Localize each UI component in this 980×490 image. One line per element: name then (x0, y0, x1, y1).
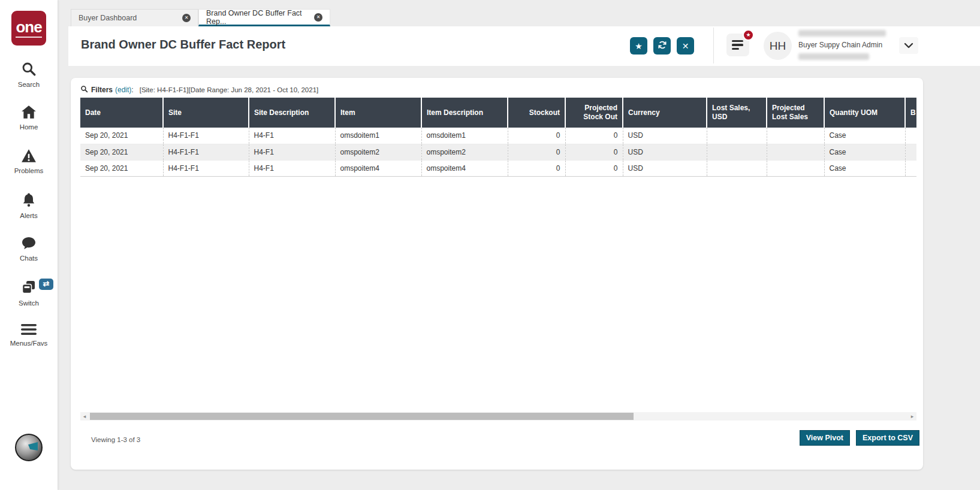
table-cell: 0 (508, 128, 565, 144)
favorites-badge-star-icon: ★ (743, 29, 754, 41)
table-row[interactable]: Sep 20, 2021H4-F1-F1H4-F1omspoitem4omspo… (80, 160, 916, 176)
table-cell: H4-F1 (249, 144, 335, 160)
column-header[interactable]: Quantity UOM (824, 98, 905, 128)
switch-windows-icon (21, 280, 37, 298)
close-icon: ✕ (682, 41, 689, 51)
column-header[interactable]: Site Description (249, 98, 335, 128)
table-header-row: DateSiteSite DescriptionItemItem Descrip… (80, 98, 916, 128)
tab-close-icon[interactable]: ✕ (182, 14, 191, 22)
table-cell: USD (623, 128, 707, 144)
table-cell (905, 144, 916, 160)
table-cell (767, 144, 824, 160)
table-cell (905, 128, 916, 144)
sidebar-item-chats[interactable]: Chats (0, 236, 58, 264)
tab-close-icon[interactable]: ✕ (314, 13, 322, 22)
sidebar-item-problems[interactable]: Problems (0, 149, 58, 176)
sidebar-item-search[interactable]: Search (0, 61, 58, 89)
close-report-button[interactable]: ✕ (677, 37, 694, 55)
favorites-menu-button[interactable]: ★ (726, 34, 749, 56)
one-logo[interactable]: one (11, 11, 46, 46)
table-cell: omsdoitem1 (421, 128, 508, 144)
refresh-button[interactable] (653, 37, 671, 55)
sidebar-item-alerts[interactable]: Alerts (0, 192, 58, 220)
tab-brand-owner-dc-buffer-fact-report[interactable]: Brand Owner DC Buffer Fact Rep... ✕ (198, 9, 330, 26)
table-cell (707, 144, 767, 160)
table-cell: 0 (508, 160, 565, 176)
user-menu-chevron-button[interactable] (899, 37, 918, 54)
report-panel: Filters (edit) : [Site: H4-F1-F1][Date R… (71, 78, 923, 470)
table-cell: omsdoitem1 (335, 128, 421, 144)
user-initials: HH (770, 40, 786, 53)
sidebar-item-label: Home (20, 123, 38, 131)
sidebar-item-label: Problems (14, 167, 44, 174)
footer-buttons: View Pivot Export to CSV (800, 430, 919, 446)
horizontal-scrollbar[interactable]: ◂ ▸ (80, 412, 916, 421)
table-cell: Sep 20, 2021 (80, 144, 163, 160)
scroll-left-arrow-icon[interactable]: ◂ (80, 412, 89, 421)
table-row[interactable]: Sep 20, 2021H4-F1-F1H4-F1omsdoitem1omsdo… (80, 128, 916, 144)
column-header[interactable]: Projected Lost Sales (767, 98, 824, 128)
viewing-count: Viewing 1-3 of 3 (91, 436, 140, 443)
table-row[interactable]: Sep 20, 2021H4-F1-F1H4-F1omspoitem2omspo… (80, 144, 916, 160)
view-pivot-button[interactable]: View Pivot (800, 430, 850, 446)
sidebar-item-home[interactable]: Home (0, 105, 58, 132)
sidebar-item-label: Search (18, 81, 40, 88)
column-header[interactable]: Stockout (508, 98, 565, 128)
user-avatar-image[interactable] (15, 434, 43, 461)
table-cell (707, 160, 767, 176)
warning-triangle-icon (21, 149, 37, 165)
user-info: Buyer Suppy Chain Admin (798, 30, 894, 60)
column-header[interactable]: Item Description (421, 98, 508, 128)
filters-bar: Filters (edit) : [Site: H4-F1-F1][Date R… (80, 85, 318, 95)
tab-label: Brand Owner DC Buffer Fact Rep... (206, 9, 314, 26)
scroll-right-arrow-icon[interactable]: ▸ (908, 412, 916, 421)
table-cell: Case (824, 128, 905, 144)
star-icon: ★ (635, 41, 643, 51)
table-cell (767, 128, 824, 144)
search-icon (21, 61, 37, 79)
chevron-down-icon (904, 41, 913, 50)
table-cell: H4-F1-F1 (163, 160, 249, 176)
sidebar-item-label: Switch (19, 300, 39, 307)
filters-colon: : (131, 86, 133, 94)
bell-icon (22, 192, 36, 210)
user-initials-avatar[interactable]: HH (764, 32, 792, 60)
table-cell: H4-F1 (249, 160, 335, 176)
table-cell: H4-F1-F1 (163, 128, 249, 144)
one-logo-text: one (16, 19, 41, 38)
report-action-buttons: ★ ✕ (630, 37, 694, 55)
redacted-user-name (798, 30, 886, 37)
tab-bar: Buyer Dashboard ✕ Brand Owner DC Buffer … (71, 9, 330, 26)
favorite-star-button[interactable]: ★ (630, 37, 647, 55)
table-cell: 0 (508, 144, 565, 160)
page-header: Brand Owner DC Buffer Fact Report ★ ✕ ★ … (68, 26, 980, 66)
table-cell: 0 (565, 144, 623, 160)
tab-buyer-dashboard[interactable]: Buyer Dashboard ✕ (71, 9, 198, 26)
tab-label: Buyer Dashboard (79, 14, 137, 22)
column-header[interactable]: Lost Sales, USD (707, 98, 767, 128)
table-cell: omspoitem4 (421, 160, 508, 176)
header-divider (713, 28, 714, 63)
table-cell: omspoitem2 (421, 144, 508, 160)
table-cell: H4-F1 (249, 128, 335, 144)
scrollbar-thumb[interactable] (90, 413, 634, 420)
column-header[interactable]: Item (335, 98, 421, 128)
redacted-user-org (798, 53, 869, 60)
column-header[interactable]: Date (80, 98, 163, 128)
export-to-csv-button[interactable]: Export to CSV (856, 430, 919, 446)
sidebar-item-menus-favs[interactable]: Menus/Favs (0, 323, 58, 351)
data-grid: DateSiteSite DescriptionItemItem Descrip… (80, 98, 916, 177)
table-cell: Sep 20, 2021 (80, 160, 163, 176)
column-header[interactable]: Projected Stock Out (565, 98, 623, 128)
column-header[interactable]: Site (163, 98, 249, 128)
filters-edit-link[interactable]: (edit) (115, 86, 131, 94)
table-cell: Sep 20, 2021 (80, 128, 163, 144)
table-cell: 0 (565, 128, 623, 144)
column-header[interactable]: B (905, 98, 916, 128)
sidebar-item-switch[interactable]: ⇄ Switch (0, 280, 58, 307)
page-title: Brand Owner DC Buffer Fact Report (81, 38, 285, 52)
filters-summary: [Site: H4-F1-F1][Date Range: Jun 28, 202… (140, 86, 319, 93)
hamburger-icon (21, 323, 37, 338)
column-header[interactable]: Currency (623, 98, 707, 128)
switch-swap-badge-icon[interactable]: ⇄ (39, 279, 53, 290)
